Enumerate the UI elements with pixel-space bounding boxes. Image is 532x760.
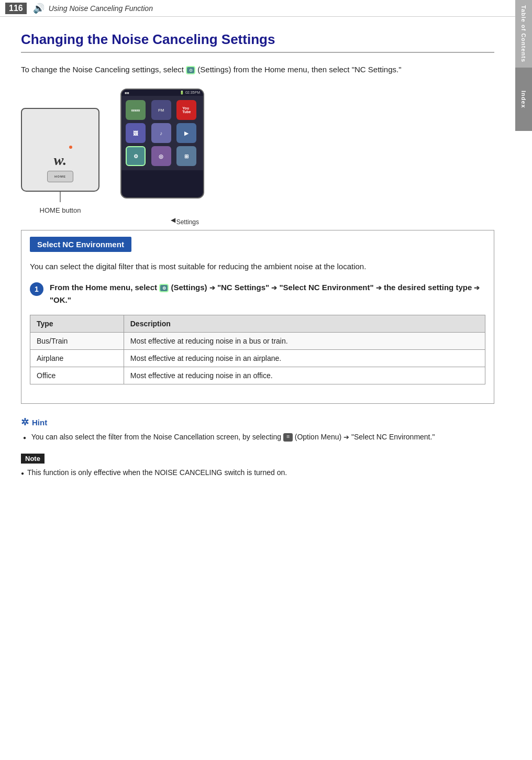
page-heading: Changing the Noise Canceling Settings — [21, 31, 494, 53]
app-www: www — [126, 100, 146, 120]
player-logo-dot — [69, 146, 72, 149]
chapter-title: Using Noise Canceling Function — [49, 4, 153, 13]
sidebar-tab-index[interactable]: Index — [515, 68, 532, 131]
settings-annotation: Settings ◀ — [120, 199, 204, 214]
note-text: This function is only effective when the… — [21, 467, 494, 478]
table-cell-description: Most effective at reducing noise in an o… — [124, 367, 485, 384]
noise-cancel-icon: 🔊 — [33, 3, 45, 14]
home-button-label: HOME button — [40, 206, 81, 214]
intro-paragraph: To change the Noise Canceling settings, … — [21, 63, 494, 76]
section-block: Select NC Environment You can select the… — [21, 230, 494, 404]
screen-status-bar: ■■ 🔋 02:35PM — [121, 90, 203, 96]
hint-title: ✲ Hint — [21, 416, 494, 428]
app-video: ▶ — [176, 123, 196, 143]
device-images-row: w. HOME HOME button ■■ 🔋 02:35PM ww — [21, 89, 494, 214]
table-cell-type: Airplane — [30, 350, 124, 367]
step-number-1: 1 — [30, 282, 43, 296]
table-row: OfficeMost effective at reducing noise i… — [30, 367, 485, 384]
app-settings: ⚙ — [126, 146, 146, 166]
step-1-text: From the Home menu, select ⚙ (Settings) … — [50, 281, 485, 306]
player-device: w. HOME HOME button — [21, 108, 99, 214]
settings-label: Settings — [176, 218, 199, 226]
table-row: AirplaneMost effective at reducing noise… — [30, 350, 485, 367]
option-menu-icon: ☰ — [283, 433, 293, 442]
settings-icon-step: ⚙ — [159, 284, 169, 292]
page-number: 116 — [5, 3, 27, 14]
app-fm: FM — [151, 100, 171, 120]
section-body-text: You can select the digital filter that i… — [30, 260, 485, 273]
home-button[interactable]: HOME — [47, 171, 73, 182]
settings-icon-inline: ⚙ — [186, 66, 195, 74]
table-row: Bus/TrainMost effective at reducing nois… — [30, 333, 485, 350]
app-youtube: YouTube — [176, 100, 196, 120]
app-extra: ⊞ — [176, 146, 196, 166]
main-content: Changing the Noise Canceling Settings To… — [0, 17, 515, 510]
app-music: ♪ — [151, 123, 171, 143]
hint-icon: ✲ — [21, 416, 29, 428]
hint-block: ✲ Hint You can also select the filter fr… — [21, 416, 494, 443]
table-header-type: Type — [30, 315, 124, 333]
player-logo: w. — [54, 152, 67, 169]
right-sidebar: Table of Contents Index — [515, 0, 532, 760]
step-1: 1 From the Home menu, select ⚙ (Settings… — [30, 281, 485, 306]
player-connector — [60, 192, 61, 202]
app-browser: ◎ — [151, 146, 171, 166]
table-cell-description: Most effective at reducing noise in a bu… — [124, 333, 485, 350]
section-header: Select NC Environment — [30, 237, 131, 252]
table-cell-description: Most effective at reducing noise in an a… — [124, 350, 485, 367]
note-block: Note This function is only effective whe… — [21, 454, 494, 478]
top-bar: 116 🔊 Using Noise Canceling Function — [0, 0, 532, 17]
player-body: w. HOME — [21, 108, 99, 192]
app-photo: 🖼 — [126, 123, 146, 143]
sidebar-tab-toc[interactable]: Table of Contents — [515, 0, 532, 68]
settings-arrow: ◀ — [171, 216, 175, 224]
screen-grid: www FM YouTube 🖼 ♪ ▶ ⚙ ◎ ⊞ — [121, 96, 203, 170]
screen-device: ■■ 🔋 02:35PM www FM YouTube 🖼 ♪ ▶ ⚙ ◎ ⊞ — [120, 89, 204, 214]
nc-table: Type Description Bus/TrainMost effective… — [30, 315, 485, 384]
table-cell-type: Office — [30, 367, 124, 384]
note-title: Note — [21, 454, 45, 464]
hint-text: You can also select the filter from the … — [21, 431, 494, 443]
table-header-description: Description — [124, 315, 485, 333]
table-cell-type: Bus/Train — [30, 333, 124, 350]
screen-body: ■■ 🔋 02:35PM www FM YouTube 🖼 ♪ ▶ ⚙ ◎ ⊞ — [120, 89, 204, 199]
